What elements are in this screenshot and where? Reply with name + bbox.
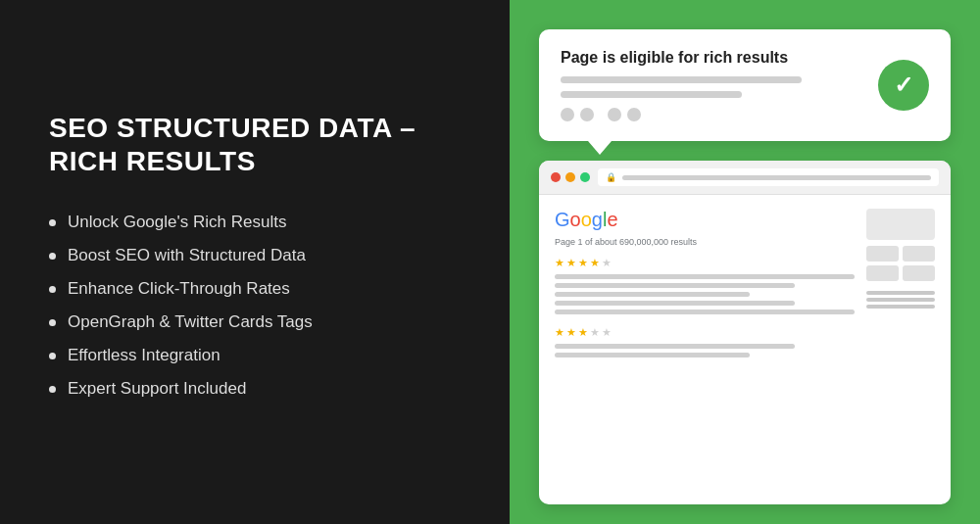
star-empty: ★ bbox=[602, 326, 612, 339]
result-line bbox=[555, 301, 795, 306]
browser-bar: 🔒 bbox=[539, 161, 951, 195]
result-block-2: ★ ★ ★ ★ ★ bbox=[555, 326, 855, 357]
result-line bbox=[555, 274, 855, 279]
feature-item: Boost SEO with Structured Data bbox=[49, 246, 461, 265]
dot bbox=[580, 108, 594, 121]
dot bbox=[608, 108, 621, 121]
sidebar-links bbox=[866, 291, 935, 309]
small-block bbox=[903, 246, 935, 262]
star: ★ bbox=[578, 326, 588, 339]
main-container: SEO STRUCTURED DATA – RICH RESULTS Unloc… bbox=[0, 0, 980, 524]
small-block bbox=[866, 265, 899, 281]
right-panel: Page is eligible for rich results ✓ bbox=[510, 0, 980, 524]
sidebar-link-line bbox=[866, 291, 935, 295]
lock-icon: 🔒 bbox=[606, 172, 616, 182]
rich-results-card: Page is eligible for rich results ✓ bbox=[539, 29, 951, 141]
sidebar-img-1 bbox=[866, 209, 935, 240]
result-line bbox=[555, 292, 750, 297]
card-text-block: Page is eligible for rich results bbox=[561, 49, 862, 121]
google-logo: Google bbox=[555, 209, 855, 231]
star: ★ bbox=[590, 257, 600, 269]
bullet-icon bbox=[49, 319, 56, 326]
star: ★ bbox=[566, 326, 576, 339]
star: ★ bbox=[578, 257, 588, 269]
stars-2: ★ ★ ★ ★ ★ bbox=[555, 326, 855, 339]
result-line bbox=[555, 344, 795, 349]
small-block bbox=[866, 246, 899, 262]
result-line bbox=[555, 310, 855, 314]
card-line-1 bbox=[561, 76, 802, 83]
dot-yellow bbox=[565, 172, 575, 182]
feature-item: Effortless Integration bbox=[49, 346, 461, 365]
star: ★ bbox=[555, 326, 564, 339]
star: ★ bbox=[566, 257, 576, 269]
sidebar-small-blocks bbox=[866, 246, 935, 281]
feature-text: Expert Support Included bbox=[68, 379, 246, 399]
feature-item: OpenGraph & Twitter Cards Tags bbox=[49, 312, 461, 332]
dot-red bbox=[551, 172, 561, 182]
star: ★ bbox=[555, 257, 564, 269]
feature-item: Unlock Google's Rich Results bbox=[49, 213, 461, 232]
results-count: Page 1 of about 690,000,000 results bbox=[555, 237, 855, 247]
dot-group-2 bbox=[608, 108, 641, 121]
sidebar-link-line bbox=[866, 298, 935, 302]
dot bbox=[627, 108, 641, 121]
browser-main: Google Page 1 of about 690,000,000 resul… bbox=[555, 209, 855, 369]
sidebar-link-line bbox=[866, 305, 935, 309]
feature-text: Unlock Google's Rich Results bbox=[68, 213, 286, 232]
bullet-icon bbox=[49, 219, 56, 226]
url-line bbox=[622, 175, 931, 180]
feature-text: OpenGraph & Twitter Cards Tags bbox=[68, 312, 313, 332]
check-circle: ✓ bbox=[878, 60, 929, 111]
browser-sidebar bbox=[866, 209, 935, 369]
feature-text: Boost SEO with Structured Data bbox=[68, 246, 306, 265]
dot bbox=[561, 108, 574, 121]
dot-green bbox=[580, 172, 590, 182]
browser-content: Google Page 1 of about 690,000,000 resul… bbox=[539, 195, 951, 383]
dot-group-1 bbox=[561, 108, 594, 121]
result-line bbox=[555, 353, 750, 357]
bullet-icon bbox=[49, 353, 56, 359]
star-empty: ★ bbox=[602, 257, 612, 269]
bullet-icon bbox=[49, 253, 56, 260]
card-line-2 bbox=[561, 91, 742, 98]
browser-mockup: 🔒 Google Page 1 of about 690,000,000 res… bbox=[539, 161, 951, 504]
left-panel: SEO STRUCTURED DATA – RICH RESULTS Unloc… bbox=[0, 0, 510, 524]
star-empty: ★ bbox=[590, 326, 600, 339]
features-list: Unlock Google's Rich ResultsBoost SEO wi… bbox=[49, 213, 461, 412]
eligible-text: Page is eligible for rich results bbox=[561, 49, 862, 67]
feature-text: Effortless Integration bbox=[68, 346, 220, 365]
stars-1: ★ ★ ★ ★ ★ bbox=[555, 257, 855, 269]
check-icon: ✓ bbox=[894, 71, 913, 99]
main-title: SEO STRUCTURED DATA – RICH RESULTS bbox=[49, 112, 461, 177]
card-dots-row bbox=[561, 108, 862, 121]
browser-dots bbox=[551, 172, 590, 182]
small-block bbox=[903, 265, 935, 281]
browser-url-bar[interactable]: 🔒 bbox=[598, 168, 939, 186]
bullet-icon bbox=[49, 386, 56, 393]
result-block-1: ★ ★ ★ ★ ★ bbox=[555, 257, 855, 314]
feature-item: Expert Support Included bbox=[49, 379, 461, 399]
bullet-icon bbox=[49, 286, 56, 293]
feature-item: Enhance Click-Through Rates bbox=[49, 279, 461, 299]
feature-text: Enhance Click-Through Rates bbox=[68, 279, 290, 299]
result-line bbox=[555, 283, 795, 288]
